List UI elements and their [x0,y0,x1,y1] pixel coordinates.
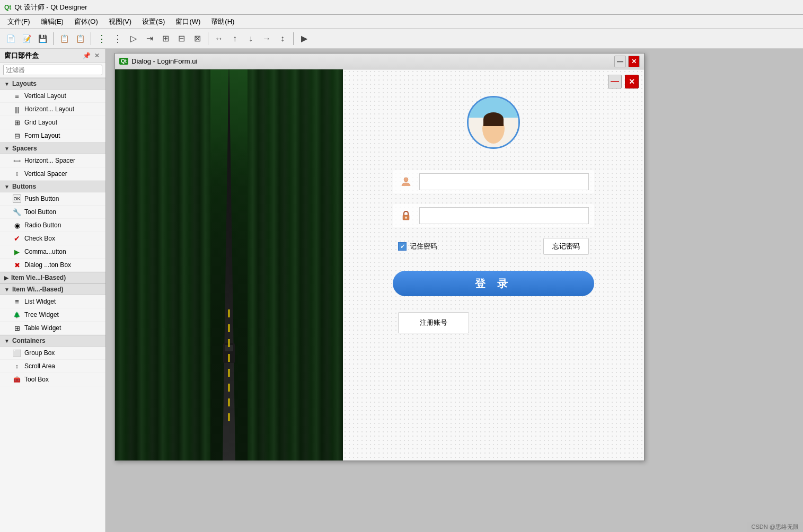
forest-image [115,69,343,460]
item-label: Horizont... Layout [24,105,74,113]
login-panel-close-button[interactable]: ✕ [625,75,639,88]
toolbar-btn-layout4[interactable]: ⇥ [142,31,157,46]
toolbar-align2[interactable]: ↑ [227,31,242,46]
list-widget-icon: ≡ [13,297,21,306]
login-panel: — ✕ [343,69,644,460]
radio-button-icon: ◉ [13,221,21,229]
toolbar-copy2[interactable]: 📋 [73,31,87,46]
toolbar-align3[interactable]: ↓ [243,31,258,46]
menu-settings[interactable]: 设置(S) [137,16,170,28]
item-vertical-layout[interactable]: ≡ Vertical Layout [0,90,105,103]
toolbar-btn-layout3[interactable]: ▷ [126,31,141,46]
toolbar-sep-4 [293,32,294,45]
category-spacers-arrow [4,146,10,152]
menu-view[interactable]: 视图(V) [103,16,137,28]
item-push-button[interactable]: OK Push Button [0,192,105,206]
item-radio-button[interactable]: ◉ Radio Button [0,219,105,232]
minus-icon: — [611,77,619,86]
toolbar-new[interactable]: 📄 [3,31,18,46]
password-row [393,204,594,227]
remember-password-label[interactable]: ✓ 记住密码 [398,242,437,251]
toolbar-btn-layout6[interactable]: ⊟ [174,31,189,46]
menu-file[interactable]: 文件(F) [2,16,36,28]
password-input[interactable] [419,207,589,224]
panel-icon-pin[interactable]: 📌 [82,51,91,60]
form-layout-icon: ⊟ [13,131,21,140]
group-box-icon: ⬜ [13,349,21,357]
toolbar-copy1[interactable]: 📋 [57,31,72,46]
item-tree-widget[interactable]: 🌲 Tree Widget [0,308,105,322]
toolbar-btn-layout5[interactable]: ⊞ [158,31,173,46]
toolbar-save[interactable]: 💾 [35,31,50,46]
menu-window[interactable]: 窗口(W) [170,16,206,28]
item-horizontal-spacer[interactable]: ⟺ Horizont... Spacer [0,154,105,167]
menu-edit[interactable]: 编辑(E) [36,16,69,28]
login-panel-minimize-button[interactable]: — [608,75,622,88]
dialog-close-button[interactable]: ✕ [628,56,640,67]
item-label: Vertical Layout [24,92,66,100]
item-dialog-button-box[interactable]: ✖ Dialog ...ton Box [0,259,105,272]
username-input[interactable] [419,173,589,190]
menubar: 文件(F) 编辑(E) 窗体(O) 视图(V) 设置(S) 窗口(W) 帮助(H… [0,15,803,29]
toolbar-align1[interactable]: ↔ [211,31,226,46]
category-item-view[interactable]: Item Vie...l-Based) [0,272,105,283]
filter-input[interactable] [3,65,102,75]
toolbar-btn-layout1[interactable]: ⋮ [94,31,109,46]
category-buttons-arrow [4,184,10,190]
remember-password-checkbox[interactable]: ✓ [398,242,407,251]
category-buttons[interactable]: Buttons [0,181,105,192]
toolbar-btn-layout7[interactable]: ⊠ [190,31,205,46]
category-layouts-arrow [4,81,10,87]
login-form: ✓ 记住密码 忘记密码 登 录 注册账号 [393,170,594,333]
grid-layout-icon: ⊞ [13,118,21,127]
item-group-box[interactable]: ⬜ Group Box [0,347,105,360]
toolbar-align5[interactable]: ↕ [275,31,290,46]
item-scroll-area[interactable]: ↕ Scroll Area [0,360,105,373]
dialog-title-text: Dialog - LoginForm.ui [131,57,197,65]
toolbar-align4[interactable]: → [259,31,274,46]
item-label: Push Button [24,195,59,202]
item-check-box[interactable]: ✔ Check Box [0,232,105,245]
category-item-widget[interactable]: Item Wi...-Based) [0,283,105,295]
item-tool-button[interactable]: 🔧 Tool Button [0,206,105,219]
toolbar-edit[interactable]: 📝 [19,31,34,46]
avatar-face [469,97,518,147]
tree-right [248,69,343,460]
category-spacers[interactable]: Spacers [0,143,105,154]
item-vertical-spacer[interactable]: ⇕ Vertical Spacer [0,167,105,181]
check-box-icon: ✔ [13,234,21,243]
item-label: Dialog ...ton Box [24,261,71,269]
main-layout: 窗口部件盒 📌 ✕ Layouts ≡ Vertical Layout ||| … [0,49,803,532]
dialog-minimize-button[interactable]: — [614,56,626,67]
toolbar-preview[interactable]: ▶ [297,31,312,46]
qt-logo: Qt [4,4,11,11]
panel-icon-close[interactable]: ✕ [93,51,101,60]
item-form-layout[interactable]: ⊟ Form Layout [0,129,105,143]
toolbar-btn-layout2[interactable]: ⋮ [110,31,125,46]
item-label: List Widget [24,298,56,305]
category-layouts[interactable]: Layouts [0,78,105,90]
item-grid-layout[interactable]: ⊞ Grid Layout [0,116,105,129]
item-table-widget[interactable]: ⊞ Table Widget [0,322,105,335]
forgot-password-button[interactable]: 忘记密码 [543,238,589,255]
horizontal-spacer-icon: ⟺ [13,156,21,165]
item-label: Horizont... Spacer [24,157,75,164]
item-label: Table Widget [24,324,61,332]
item-label: Scroll Area [24,362,55,370]
dialog-titlebar: Qt Dialog - LoginForm.ui — ✕ [115,54,644,69]
login-button[interactable]: 登 录 [393,271,594,296]
item-horizontal-layout[interactable]: ||| Horizont... Layout [0,103,105,116]
vertical-layout-icon: ≡ [13,92,21,100]
user-icon [398,174,414,190]
menu-window-form[interactable]: 窗体(O) [69,16,103,28]
category-containers[interactable]: Containers [0,335,105,347]
category-buttons-label: Buttons [12,183,36,190]
register-button[interactable]: 注册账号 [398,312,469,333]
item-tool-box[interactable]: 🧰 Tool Box [0,373,105,386]
item-command-link-button[interactable]: ▶ Comma...utton [0,245,105,259]
item-list-widget[interactable]: ≡ List Widget [0,295,105,308]
login-panel-controls: — ✕ [608,75,639,88]
menu-help[interactable]: 帮助(H) [206,16,240,28]
car-icon [223,343,235,363]
avatar-container [467,96,520,149]
